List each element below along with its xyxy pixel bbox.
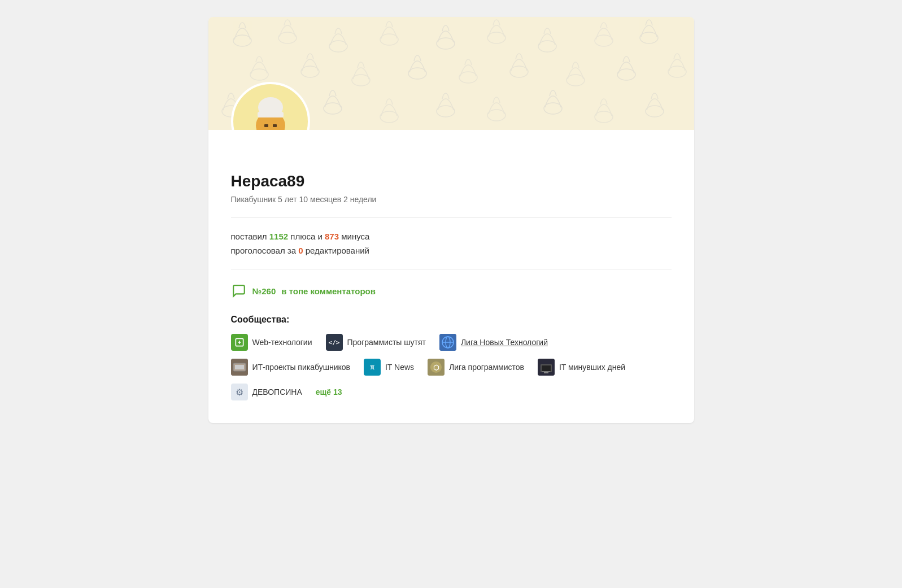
svg-rect-6 <box>273 124 277 127</box>
member-since: Пикабушник 5 лет 10 месяцев 2 недели <box>231 195 672 204</box>
edit-stat: проголосовал за 0 редактирований <box>231 246 672 255</box>
community-devopsina[interactable]: ⚙ ДЕВОПСИНА <box>231 384 302 400</box>
plus-label-mid: плюса и <box>288 232 325 241</box>
avatar-container <box>231 82 310 130</box>
community-icon-programmers-league: ⬡ <box>428 359 445 376</box>
community-icon-it-past <box>538 359 555 376</box>
community-name-new-tech-league: Лига Новых Технологий <box>461 338 548 347</box>
edit-label-post: редактирований <box>303 246 369 255</box>
community-new-tech-league[interactable]: Лига Новых Технологий <box>439 334 548 351</box>
svg-rect-20 <box>542 365 551 371</box>
community-programmers-league[interactable]: ⬡ Лига программистов <box>428 359 524 376</box>
edit-count: 0 <box>298 246 303 255</box>
edit-label-pre: проголосовал за <box>231 246 299 255</box>
top-label: в топе комментаторов <box>281 286 376 296</box>
community-icon-web-tech <box>231 334 248 351</box>
community-name-it-news: IT News <box>385 363 414 372</box>
community-name-it-past: IT минувших дней <box>559 363 625 372</box>
community-icon-it-news: π <box>364 359 381 376</box>
communities-grid: Web-технологии </> Программисты шутят <box>231 334 672 400</box>
communities-section: Сообщества: Web-технологии <box>231 315 672 400</box>
community-name-programmers-league: Лига программистов <box>449 363 524 372</box>
community-icon-new-tech-league <box>439 334 456 351</box>
svg-point-4 <box>258 97 283 117</box>
more-communities-link[interactable]: ещё 13 <box>316 387 342 397</box>
community-programmers-joke[interactable]: </> Программисты шутят <box>326 334 426 351</box>
communities-label: Сообщества: <box>231 315 672 325</box>
profile-content: Нерaca89 Пикабушник 5 лет 10 месяцев 2 н… <box>208 130 694 423</box>
community-name-programmers-joke: Программисты шутят <box>347 338 426 347</box>
community-web-tech[interactable]: Web-технологии <box>231 334 312 351</box>
community-icon-devopsina: ⚙ <box>231 384 248 400</box>
username: Нерaca89 <box>231 172 672 190</box>
community-icon-it-projects <box>231 359 248 376</box>
profile-banner: Подписаться ··· <box>208 17 694 130</box>
communities-row-2: ИТ-проекты пикабушников π IT News <box>231 359 672 376</box>
comment-icon <box>231 283 247 299</box>
svg-text:⬡: ⬡ <box>433 364 439 372</box>
community-icon-programmers-joke: </> <box>326 334 343 351</box>
svg-rect-21 <box>542 371 550 372</box>
communities-row-1: Web-технологии </> Программисты шутят <box>231 334 672 351</box>
top-commentator-link[interactable]: №260 в топе комментаторов <box>231 283 672 299</box>
community-name-it-projects: ИТ-проекты пикабушников <box>252 363 350 372</box>
divider-1 <box>231 217 672 218</box>
page-wrapper: Подписаться ··· Нерaca89 Пикабушник 5 ле… <box>0 0 902 588</box>
svg-rect-5 <box>264 124 268 127</box>
minus-label-post: минуса <box>339 232 369 241</box>
divider-2 <box>231 269 672 269</box>
avatar <box>231 82 310 130</box>
top-rank: №260 <box>252 286 276 296</box>
community-name-web-tech: Web-технологии <box>252 338 312 347</box>
plus-minus-stat: поставил 1152 плюса и 873 минуса <box>231 232 672 241</box>
community-it-past[interactable]: IT минувших дней <box>538 359 625 376</box>
community-it-news[interactable]: π IT News <box>364 359 414 376</box>
svg-rect-22 <box>544 372 548 373</box>
profile-card: Подписаться ··· Нерaca89 Пикабушник 5 ле… <box>208 17 694 423</box>
plus-label-pre: поставил <box>231 232 269 241</box>
plus-count: 1152 <box>269 232 288 241</box>
community-it-projects[interactable]: ИТ-проекты пикабушников <box>231 359 350 376</box>
minus-count: 873 <box>325 232 339 241</box>
svg-rect-14 <box>235 365 244 369</box>
svg-point-0 <box>211 29 229 41</box>
stats-section: поставил 1152 плюса и 873 минуса проголо… <box>231 232 672 255</box>
community-name-devopsina: ДЕВОПСИНА <box>252 387 302 397</box>
communities-row-3: ⚙ ДЕВОПСИНА ещё 13 <box>231 384 672 400</box>
